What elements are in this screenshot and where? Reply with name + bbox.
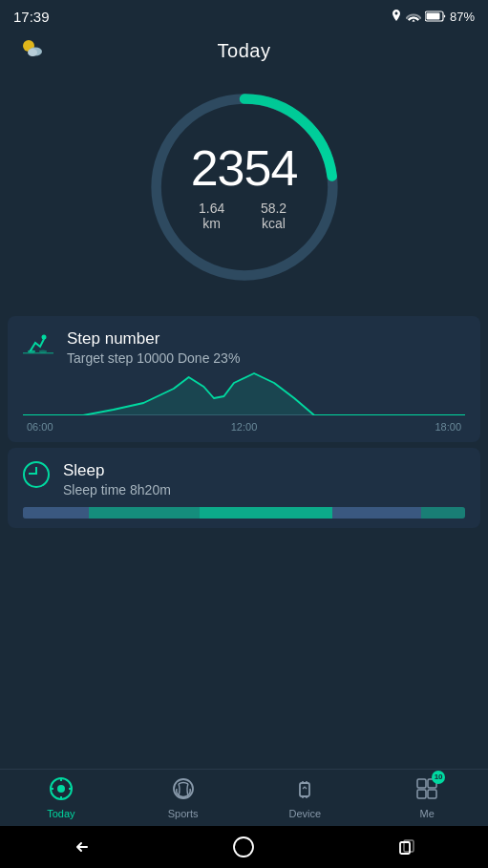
battery-icon	[425, 11, 446, 22]
step-chart: 06:00 12:00 18:00	[23, 375, 465, 433]
sleep-card-info: Sleep Sleep time 8h20m	[63, 461, 465, 498]
battery-percent: 87%	[450, 10, 475, 24]
step-card-subtitle: Target step 10000 Done 23%	[67, 350, 465, 366]
nav-me[interactable]: 10 Me	[366, 773, 488, 823]
me-badge: 10	[432, 771, 445, 784]
chart-svg	[23, 370, 465, 415]
steps-ring-container: 2354 1.64 km 58.2 kcal	[0, 68, 488, 316]
svg-rect-26	[417, 790, 426, 798]
status-icons: 87%	[391, 10, 475, 24]
sleep-card-title: Sleep	[63, 461, 465, 480]
sleep-bar	[23, 507, 465, 519]
calories-stat: 58.2 kcal	[250, 201, 298, 231]
svg-point-10	[39, 350, 47, 353]
svg-rect-7	[23, 352, 53, 354]
today-icon	[49, 776, 74, 805]
nav-device[interactable]: Device	[244, 773, 367, 823]
sleep-segment-1	[23, 507, 89, 519]
sleep-clock-icon	[23, 461, 50, 488]
android-system-bar	[0, 826, 488, 868]
step-card-title: Step number	[67, 329, 465, 349]
sleep-card[interactable]: Sleep Sleep time 8h20m	[8, 448, 480, 528]
steps-icon	[23, 329, 53, 360]
sleep-card-header: Sleep Sleep time 8h20m	[23, 461, 465, 498]
sleep-segment-4	[332, 507, 421, 519]
page-title: Today	[218, 40, 271, 62]
svg-point-13	[57, 785, 65, 793]
distance-stat: 1.64 km	[191, 201, 233, 231]
chart-labels: 06:00 12:00 18:00	[23, 421, 465, 433]
home-button[interactable]	[232, 836, 255, 858]
ring-center: 2354 1.64 km 58.2 kcal	[191, 143, 298, 231]
nav-sports[interactable]: Sports	[122, 773, 244, 823]
step-count: 2354	[191, 143, 298, 193]
cards-container: Step number Target step 10000 Done 23% 0…	[0, 316, 488, 528]
sleep-segment-2	[89, 507, 200, 519]
today-label: Today	[47, 808, 74, 819]
svg-point-28	[234, 837, 253, 857]
step-card[interactable]: Step number Target step 10000 Done 23% 0…	[8, 316, 480, 442]
recents-button[interactable]	[395, 836, 418, 858]
svg-point-9	[28, 350, 35, 353]
weather-icon	[15, 31, 50, 72]
nav-today[interactable]: Today	[0, 773, 122, 823]
device-icon	[292, 776, 317, 805]
me-icon-wrapper: 10	[414, 776, 439, 805]
svg-point-4	[28, 49, 37, 56]
sleep-card-subtitle: Sleep time 8h20m	[63, 482, 465, 498]
step-card-header: Step number Target step 10000 Done 23%	[23, 329, 465, 366]
svg-rect-1	[426, 13, 439, 20]
sleep-segment-3	[200, 507, 332, 519]
svg-rect-24	[417, 779, 426, 788]
me-label: Me	[419, 808, 434, 819]
clock-hand-minute	[29, 473, 36, 475]
step-card-info: Step number Target step 10000 Done 23%	[67, 329, 465, 366]
wifi-icon	[406, 11, 421, 22]
status-bar: 17:39 87%	[0, 0, 488, 31]
chart-label-1200: 12:00	[231, 421, 258, 433]
chart-label-0600: 06:00	[27, 421, 53, 433]
location-icon	[391, 10, 402, 23]
device-label: Device	[289, 808, 322, 819]
sports-icon	[171, 776, 196, 805]
svg-marker-11	[23, 373, 465, 415]
svg-rect-19	[300, 783, 309, 796]
steps-ring: 2354 1.64 km 58.2 kcal	[144, 87, 345, 287]
header: Today	[0, 31, 488, 68]
svg-rect-27	[428, 790, 436, 798]
sports-label: Sports	[168, 808, 199, 819]
chart-label-1800: 18:00	[435, 421, 461, 433]
bottom-nav: Today Sports	[0, 769, 488, 826]
status-time: 17:39	[13, 9, 50, 25]
sleep-segment-5	[421, 507, 465, 519]
back-button[interactable]	[70, 836, 93, 858]
ring-stats: 1.64 km 58.2 kcal	[191, 201, 298, 231]
svg-point-8	[42, 335, 47, 340]
